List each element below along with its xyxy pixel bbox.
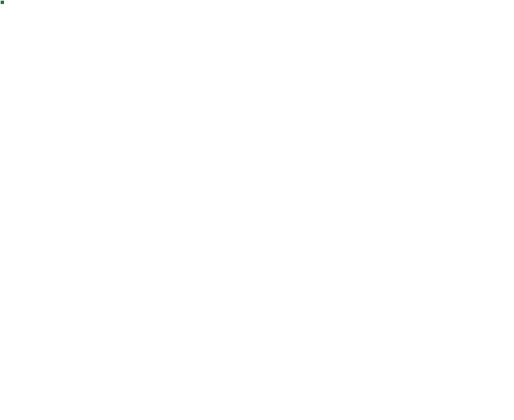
fill-handle[interactable] bbox=[0, 0, 5, 5]
